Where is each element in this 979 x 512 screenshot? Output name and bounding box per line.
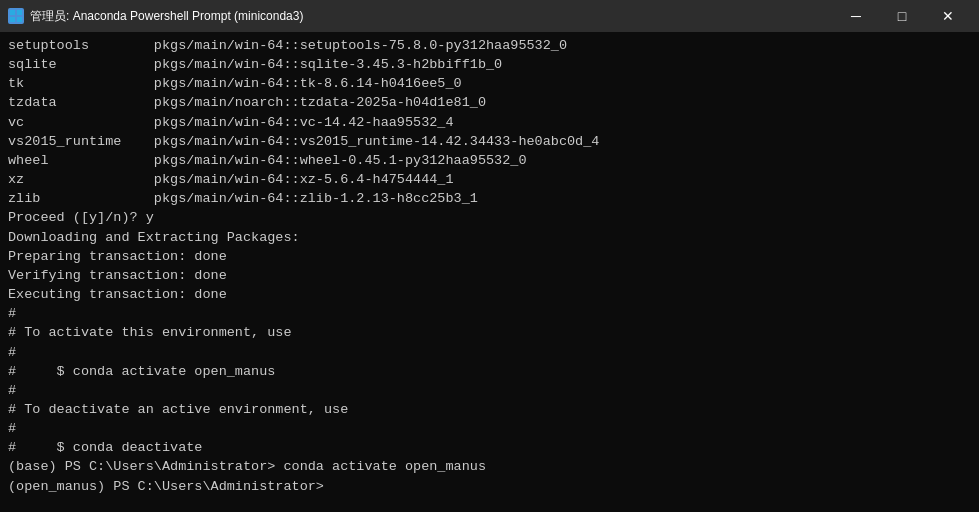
window-controls: ─ □ ✕: [833, 0, 971, 32]
terminal-line: Verifying transaction: done: [8, 266, 971, 285]
terminal-line: sqlite pkgs/main/win-64::sqlite-3.45.3-h…: [8, 55, 971, 74]
terminal-window[interactable]: setuptools pkgs/main/win-64::setuptools-…: [0, 32, 979, 512]
terminal-line: #: [8, 343, 971, 362]
terminal-line: # $ conda activate open_manus: [8, 362, 971, 381]
terminal-line: xz pkgs/main/win-64::xz-5.6.4-h4754444_1: [8, 170, 971, 189]
title-bar: 管理员: Anaconda Powershell Prompt (minicon…: [0, 0, 979, 32]
terminal-line: tk pkgs/main/win-64::tk-8.6.14-h0416ee5_…: [8, 74, 971, 93]
terminal-line: #: [8, 304, 971, 323]
close-button[interactable]: ✕: [925, 0, 971, 32]
app-icon: [8, 8, 24, 24]
terminal-line: Downloading and Extracting Packages:: [8, 228, 971, 247]
terminal-line: #: [8, 419, 971, 438]
terminal-line: setuptools pkgs/main/win-64::setuptools-…: [8, 36, 971, 55]
terminal-line: vs2015_runtime pkgs/main/win-64::vs2015_…: [8, 132, 971, 151]
window-title: 管理员: Anaconda Powershell Prompt (minicon…: [30, 8, 303, 25]
svg-rect-3: [17, 17, 22, 22]
svg-rect-1: [17, 10, 22, 15]
terminal-line: # To deactivate an active environment, u…: [8, 400, 971, 419]
terminal-line: Proceed ([y]/n)? y: [8, 208, 971, 227]
terminal-line: (open_manus) PS C:\Users\Administrator>: [8, 477, 971, 496]
terminal-line: #: [8, 381, 971, 400]
minimize-button[interactable]: ─: [833, 0, 879, 32]
terminal-line: zlib pkgs/main/win-64::zlib-1.2.13-h8cc2…: [8, 189, 971, 208]
title-bar-left: 管理员: Anaconda Powershell Prompt (minicon…: [8, 8, 303, 25]
terminal-line: vc pkgs/main/win-64::vc-14.42-haa95532_4: [8, 113, 971, 132]
terminal-line: tzdata pkgs/main/noarch::tzdata-2025a-h0…: [8, 93, 971, 112]
terminal-line: # $ conda deactivate: [8, 438, 971, 457]
maximize-button[interactable]: □: [879, 0, 925, 32]
terminal-line: wheel pkgs/main/win-64::wheel-0.45.1-py3…: [8, 151, 971, 170]
terminal-line: Preparing transaction: done: [8, 247, 971, 266]
terminal-line: # To activate this environment, use: [8, 323, 971, 342]
terminal-line: (base) PS C:\Users\Administrator> conda …: [8, 457, 971, 476]
terminal-line: Executing transaction: done: [8, 285, 971, 304]
svg-rect-0: [10, 10, 15, 15]
svg-rect-2: [10, 17, 15, 22]
